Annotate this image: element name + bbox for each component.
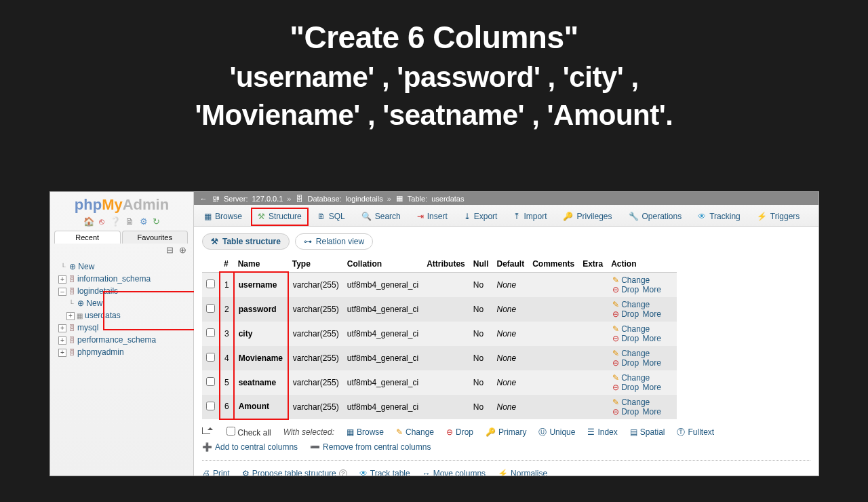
logout-icon[interactable]: ⎋ (99, 216, 104, 227)
cell-num: 2 (220, 297, 234, 322)
action-more[interactable]: More (643, 334, 661, 343)
sql-icon[interactable]: 🗎 (125, 216, 134, 227)
move-icon: ↔ (422, 469, 431, 476)
tab-browse[interactable]: ▦Browse (197, 208, 250, 226)
action-change[interactable]: ✎Change (612, 275, 650, 285)
action-drop[interactable]: ⊖Drop (612, 407, 639, 417)
nav-back-icon[interactable]: ← (199, 195, 208, 203)
bulk-fulltext[interactable]: ⓉFulltext (677, 427, 714, 438)
docs-icon[interactable]: ❔ (110, 216, 121, 227)
action-change[interactable]: ✎Change (612, 349, 650, 358)
action-drop[interactable]: ⊖Drop (612, 334, 639, 343)
tree-new[interactable]: └⊕ New (52, 260, 192, 273)
action-drop[interactable]: ⊖Drop (612, 383, 639, 392)
pencil-icon: ✎ (612, 373, 619, 383)
tree-phpmyadmin[interactable]: +phpmyadmin (52, 346, 192, 358)
bulk-unique[interactable]: ⓊUnique (538, 427, 575, 438)
tab-privileges[interactable]: 🔑Privileges (555, 208, 619, 226)
sidebar: phpMyAdmin 🏠 ⎋ ❔ 🗎 ⚙ ↻ Recent Favourites… (50, 192, 194, 476)
bulk-browse[interactable]: ▦Browse (347, 427, 384, 437)
action-change[interactable]: ✎Change (612, 300, 650, 309)
row-checkbox[interactable] (206, 353, 215, 362)
tab-operations[interactable]: 🔧Operations (621, 208, 690, 226)
bc-table[interactable]: userdatas (431, 195, 464, 203)
cell-default: None (492, 395, 528, 419)
tool-track[interactable]: 👁Track table (359, 469, 410, 476)
check-all[interactable]: Check all (226, 427, 271, 438)
row-checkbox[interactable] (206, 377, 215, 386)
action-more[interactable]: More (643, 309, 661, 319)
tool-move[interactable]: ↔Move columns (422, 469, 486, 476)
overlay-line-2: 'username' , 'password' , 'city' , (0, 61, 868, 94)
action-change[interactable]: ✎Change (612, 324, 650, 334)
action-more[interactable]: More (643, 285, 661, 294)
normalise-icon: ⚡ (498, 469, 508, 476)
cell-type: varchar(255) (288, 322, 343, 346)
action-drop[interactable]: ⊖Drop (612, 309, 639, 319)
tab-search[interactable]: 🔍Search (354, 208, 408, 226)
cell-collation: utf8mb4_general_ci (343, 322, 422, 346)
bulk-drop[interactable]: ⊖Drop (446, 427, 473, 437)
settings-icon[interactable]: ⚙ (140, 216, 148, 227)
tool-normalise[interactable]: ⚡Normalise (498, 469, 547, 476)
bc-db[interactable]: logindetails (346, 195, 383, 203)
tree-information-schema[interactable]: +information_schema (52, 273, 192, 285)
tab-import[interactable]: ⤒Import (506, 208, 554, 226)
tab-recent[interactable]: Recent (54, 231, 121, 244)
bulk-spatial[interactable]: ▤Spatial (630, 427, 665, 437)
tab-export[interactable]: ⤓Export (456, 208, 505, 226)
remove-central-columns[interactable]: ➖Remove from central columns (310, 442, 431, 452)
subtab-table-structure[interactable]: ⚒Table structure (202, 233, 290, 250)
cell-attributes (422, 370, 469, 395)
tree-logindetails[interactable]: –logindetails (52, 285, 192, 297)
fulltext-icon: Ⓣ (677, 427, 685, 438)
tree-mysql[interactable]: +mysql (52, 322, 192, 334)
tab-tracking[interactable]: 👁Tracking (690, 208, 748, 226)
action-more[interactable]: More (643, 383, 661, 392)
index-icon: ☰ (587, 427, 595, 437)
instruction-overlay: "Create 6 Columns" 'username' , 'passwor… (0, 0, 868, 132)
tree-userdatas[interactable]: +userdatas (52, 309, 192, 322)
home-icon[interactable]: 🏠 (83, 216, 94, 227)
action-change[interactable]: ✎Change (612, 398, 650, 407)
bulk-primary[interactable]: 🔑Primary (486, 427, 526, 437)
main-panel: ← 🖳 Server: 127.0.0.1 » 🗄 Database: logi… (194, 192, 818, 476)
help-icon[interactable]: ? (339, 469, 347, 476)
table-header-row: # Name Type Collation Attributes Null De… (202, 256, 677, 272)
tool-print[interactable]: 🖨Print (202, 469, 230, 476)
check-all-checkbox[interactable] (226, 427, 235, 436)
action-more[interactable]: More (643, 407, 661, 417)
tree-logindetails-new[interactable]: └⊕ New (52, 297, 192, 309)
propose-icon: ⚙ (242, 469, 250, 476)
tab-favourites[interactable]: Favourites (122, 231, 189, 244)
subtab-relation-view[interactable]: ⊶Relation view (295, 233, 373, 250)
action-drop[interactable]: ⊖Drop (612, 285, 639, 294)
tab-structure[interactable]: ⚒Structure (251, 208, 309, 226)
action-more[interactable]: More (643, 358, 661, 368)
cell-attributes (422, 272, 469, 297)
bc-server[interactable]: 127.0.0.1 (252, 195, 283, 203)
tree-performance-schema[interactable]: +performance_schema (52, 334, 192, 346)
tool-propose[interactable]: ⚙Propose table structure ? (242, 469, 347, 476)
sidebar-collapse-icons[interactable]: ⊟ ⊕ (50, 244, 193, 258)
row-checkbox[interactable] (206, 304, 215, 313)
row-checkbox[interactable] (206, 279, 215, 288)
row-checkbox[interactable] (206, 402, 215, 410)
tab-triggers[interactable]: ⚡Triggers (749, 208, 808, 226)
bulk-index[interactable]: ☰Index (587, 427, 617, 437)
tab-sql[interactable]: 🗎SQL (310, 208, 353, 226)
action-drop[interactable]: ⊖Drop (612, 358, 639, 368)
insert-icon: ⇥ (417, 212, 424, 221)
tab-insert[interactable]: ⇥Insert (410, 208, 455, 226)
row-checkbox[interactable] (206, 328, 215, 337)
refresh-icon[interactable]: ↻ (153, 216, 160, 227)
import-icon: ⤒ (513, 212, 520, 221)
add-central-columns[interactable]: ➕Add to central columns (202, 442, 298, 452)
th-name: Name (234, 256, 288, 272)
central-columns-row: ➕Add to central columns ➖Remove from cen… (202, 442, 810, 452)
cell-default: None (492, 297, 528, 322)
table-row: 3cityvarchar(255)utf8mb4_general_ciNoNon… (202, 322, 677, 346)
bulk-change[interactable]: ✎Change (396, 427, 434, 437)
cell-collation: utf8mb4_general_ci (343, 370, 422, 395)
action-change[interactable]: ✎Change (612, 373, 650, 383)
